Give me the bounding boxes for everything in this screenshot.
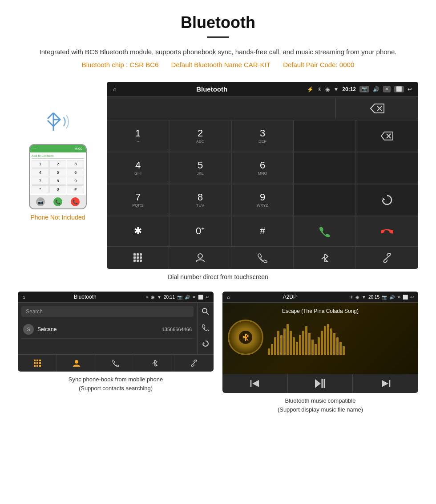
phone-key-star: * — [32, 185, 49, 193]
svg-marker-43 — [382, 380, 388, 387]
svg-rect-26 — [39, 360, 41, 361]
eq-bar — [280, 335, 283, 355]
key-refresh[interactable] — [356, 184, 418, 216]
phone-key-6: 6 — [67, 168, 84, 176]
key-call[interactable] — [294, 216, 356, 246]
pb-volume-icon[interactable]: 🔊 — [185, 295, 190, 300]
phone-keypad: 1 2 3 4 5 6 7 8 9 * 0 # — [32, 160, 84, 193]
car-btn-bluetooth[interactable] — [294, 247, 356, 269]
car-btn-phone[interactable] — [231, 247, 294, 269]
pb-btn-bt[interactable] — [135, 355, 174, 372]
main-section: ··· M:00 Add to Contacts 1 2 3 4 5 6 7 8… — [18, 82, 418, 269]
car-signal-icon: ▼ — [333, 86, 339, 92]
music-next-btn[interactable] — [353, 374, 418, 393]
key-star[interactable]: ✱ — [107, 216, 169, 246]
svg-rect-31 — [36, 365, 38, 367]
eq-bar — [339, 342, 342, 355]
eq-bar — [271, 344, 273, 355]
eq-bar — [308, 333, 311, 355]
car-btn-link[interactable] — [356, 247, 418, 269]
eq-bar — [287, 324, 289, 355]
phone-add-contacts: Add to Contacts — [32, 154, 84, 159]
car-bt-icon: ✳ — [317, 86, 322, 92]
eq-bar — [290, 331, 292, 355]
music-close-icon[interactable]: ✕ — [397, 295, 400, 300]
eq-bar — [293, 337, 295, 355]
phone-key-3: 3 — [67, 160, 84, 168]
eq-bar — [299, 335, 301, 355]
svg-rect-25 — [36, 360, 38, 361]
eq-bar — [343, 346, 345, 355]
key-3[interactable]: 3 DEF — [231, 120, 294, 152]
phonebook-header: ⌂ Bluetooth ✳ ◉ ▼ 20:11 📷 🔊 ✕ ⬜ ↩ — [18, 292, 214, 303]
key-0[interactable]: 0+ — [169, 216, 231, 246]
title-divider — [207, 36, 229, 38]
pb-search-icon-btn[interactable] — [199, 305, 212, 320]
key-4[interactable]: 4 GHI — [107, 152, 169, 184]
music-window-icon[interactable]: ⬜ — [403, 295, 408, 300]
description-text: Integrated with BC6 Bluetooth module, su… — [18, 47, 418, 57]
key-backspace[interactable] — [356, 120, 418, 152]
svg-marker-23 — [203, 342, 205, 344]
pb-btn-dialpad[interactable] — [18, 355, 57, 372]
key-2[interactable]: 2 ABC — [169, 120, 231, 152]
car-back-icon[interactable]: ↩ — [408, 86, 412, 92]
music-camera-icon[interactable]: 📷 — [382, 295, 387, 300]
music-home-icon[interactable]: ⌂ — [227, 294, 230, 300]
car-home-icon[interactable]: ⌂ — [113, 86, 117, 92]
phone-key-5: 5 — [49, 168, 67, 176]
eq-bar — [274, 337, 276, 355]
car-close-icon[interactable]: ✕ — [383, 86, 391, 92]
car-time-display: 20:12 — [342, 86, 356, 92]
key-8[interactable]: 8 TUV — [169, 184, 231, 216]
pb-window-icon[interactable]: ⬜ — [198, 295, 203, 300]
dial-display-row — [107, 97, 418, 120]
car-header-icons: ⚡ ✳ ◉ ▼ 20:12 📷 🔊 ✕ ⬜ ↩ — [307, 86, 412, 92]
key-end-call[interactable] — [356, 216, 418, 246]
car-camera-icon[interactable]: 📷 — [359, 86, 369, 92]
car-btn-dialpad[interactable] — [107, 247, 169, 269]
car-btn-contacts[interactable] — [169, 247, 231, 269]
contact-row[interactable]: S Seicane 13566664466 — [21, 320, 194, 339]
pb-home-icon[interactable]: ⌂ — [22, 294, 25, 300]
pb-close-icon[interactable]: ✕ — [192, 295, 196, 300]
key-6[interactable]: 6 MNO — [231, 152, 294, 184]
car-screen-header: ⌂ Bluetooth ⚡ ✳ ◉ ▼ 20:12 📷 🔊 ✕ ⬜ ↩ — [107, 82, 418, 97]
eq-bar — [311, 340, 314, 355]
phonebook-wrapper: ⌂ Bluetooth ✳ ◉ ▼ 20:11 📷 🔊 ✕ ⬜ ↩ — [18, 292, 214, 414]
music-title-header: A2DP — [283, 294, 297, 300]
music-play-pause-btn[interactable] — [288, 374, 353, 393]
svg-rect-13 — [140, 256, 142, 259]
pb-btn-link[interactable] — [174, 355, 214, 372]
music-header: ⌂ A2DP ✳ ◉ ▼ 20:15 📷 🔊 ✕ ⬜ ↩ — [222, 292, 418, 303]
music-back-icon[interactable]: ↩ — [410, 295, 414, 300]
music-volume-icon[interactable]: 🔊 — [389, 295, 395, 300]
pb-refresh-icon-btn[interactable] — [199, 337, 212, 352]
svg-rect-15 — [137, 260, 139, 262]
svg-marker-38 — [252, 380, 259, 387]
search-bar[interactable]: Search — [21, 306, 194, 317]
music-prev-btn[interactable] — [222, 374, 288, 393]
music-time: 20:15 — [368, 295, 379, 300]
car-window-icon[interactable]: ⬜ — [394, 86, 404, 92]
contact-number: 13566664466 — [162, 327, 192, 332]
key-5[interactable]: 5 JKL — [169, 152, 231, 184]
key-1[interactable]: 1 ⌁ — [107, 120, 169, 152]
pb-back-icon[interactable]: ↩ — [206, 295, 209, 300]
key-9[interactable]: 9 WXYZ — [231, 184, 294, 216]
pair-code-spec: Default Pair Code: 0000 — [283, 61, 354, 68]
music-screen: ⌂ A2DP ✳ ◉ ▼ 20:15 📷 🔊 ✕ ⬜ ↩ — [222, 292, 418, 393]
eq-bar — [296, 342, 298, 355]
name-spec: Default Bluetooth Name CAR-KIT — [171, 61, 270, 68]
svg-rect-32 — [39, 365, 41, 367]
key-hash[interactable]: # — [231, 216, 294, 246]
phone-key-9: 9 — [67, 177, 84, 185]
pb-btn-phone[interactable] — [96, 355, 135, 372]
key-7[interactable]: 7 PQRS — [107, 184, 169, 216]
pb-call-icon-btn[interactable] — [199, 321, 212, 336]
pb-camera-icon[interactable]: 📷 — [177, 295, 182, 300]
phone-key-8: 8 — [49, 177, 67, 185]
eq-bar — [333, 333, 335, 355]
pb-btn-contacts[interactable] — [57, 355, 96, 372]
car-volume-icon[interactable]: 🔊 — [373, 86, 379, 92]
